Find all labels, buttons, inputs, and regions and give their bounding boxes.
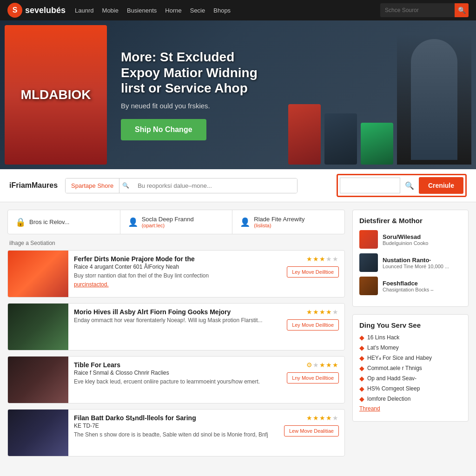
sidebar-link-4[interactable]: ◆ Op and Hadd Seav- [359, 375, 462, 382]
movie-item-0: Ferfer Dirts Monie Prajore Mode for the … [7, 250, 345, 298]
filter-tabs: 🔒 Bros ic Relov... 👤 Socla Deep Frannd (… [7, 210, 345, 234]
filter-tab-label-1: Socla Deep Frannd (opart:lec) [142, 216, 194, 228]
search-tag: Spartape Shore [66, 178, 119, 193]
section-label: iFriamMaures [9, 181, 58, 190]
secondary-search-bar: Spartape Shore 🔍 [65, 178, 298, 193]
movie-title-2: Tible For Lears [74, 361, 274, 369]
action-btn-2[interactable]: Lny Move Deilltioe [287, 372, 339, 383]
hero-poster-text: MLDABIOK [21, 87, 91, 102]
sidebar-link-bullet-5: ◆ [359, 385, 364, 392]
movie-info-1: Morio Hives ill Asby Alrt Fiorn Foing Go… [68, 304, 279, 329]
nav-link-launrd[interactable]: Launrd [75, 7, 93, 14]
sidebar-link-0[interactable]: ◆ 16 Lins Hack [359, 334, 462, 341]
sidebar-section-1: Dietsfirer & Mothor Soru/Wilesad Budelgu… [352, 210, 469, 307]
sidebar-link-bullet-3: ◆ [359, 364, 364, 372]
movie-item-1: Morio Hives ill Asby Alrt Fiorn Foing Go… [7, 303, 345, 350]
movie-desc-1: Enday ommactt hor vear fiorentaterly Noe… [74, 317, 274, 324]
sidebar-link-text-0: 16 Lins Hack [367, 334, 399, 341]
sidebar-item-sub-0: Budelguinion Cooko [383, 240, 428, 246]
sidebar-item-1[interactable]: Nustation Ranto· Lounced Tine Moré 10,00… [359, 253, 462, 272]
hero-subtitle: By neued fit ould you frskies. [121, 102, 274, 110]
hero-person [397, 34, 471, 165]
filter-tab-0[interactable]: 🔒 Bros ic Relov... [8, 210, 120, 234]
movie-thumb-0 [8, 251, 68, 297]
search-tag-icon: 🔍 [119, 182, 132, 189]
hero-poster-left: MLDABIOK [5, 25, 107, 165]
sidebar-link-text-1: Lat's Momey [367, 344, 399, 351]
movie-meta-0: Raice 4 arugant Conter 601 ÅlForicy Neah [74, 264, 274, 270]
sidebar-item-name-2: Foeshfladce [383, 280, 433, 287]
secondary-search-input[interactable] [132, 178, 297, 193]
search-box-highlighted: 🔍 Creniule [337, 174, 467, 197]
hero-banner: MLDABIOK More: St Excluded Expoy Matior … [0, 20, 476, 169]
movie-thumb-3 [8, 410, 68, 456]
sidebar-link-3[interactable]: ◆ Commot.aele r Thnigs [359, 364, 462, 372]
movie-info-0: Ferfer Dirts Monie Prajore Mode for the … [68, 251, 279, 293]
movie-item-2: Tible For Lears Raice f Snmal & Closso C… [7, 356, 345, 403]
left-column: 🔒 Bros ic Relov... 👤 Socla Deep Frannd (… [7, 210, 345, 462]
filter-tab-label-2: Rlade Fite Arrewity (lislista) [254, 216, 304, 228]
action-btn-0[interactable]: Ley Move Deilltioe [287, 266, 339, 278]
hero-content: More: St Excluded Expoy Matior Widning l… [107, 40, 288, 150]
sidebar-item-2[interactable]: Foeshfladce Chasigntation Bocks – [359, 277, 462, 295]
sidebar-link-bullet-1: ◆ [359, 344, 364, 351]
right-sidebar: Dietsfirer & Mothor Soru/Wilesad Budelgu… [352, 210, 469, 462]
sidebar-link-6[interactable]: ◆ lomfore Delection [359, 395, 462, 403]
sidebar-item-sub-1: Lounced Tine Moré 10,000 ... [383, 264, 449, 269]
star-rating-1: ★★★★★ [306, 308, 339, 316]
sidebar-link-text-2: HEY₄ For Sice and Habey [367, 355, 432, 361]
filter-tab-1[interactable]: 👤 Socla Deep Frannd (opart:lec) [120, 210, 233, 234]
nav-link-bhops[interactable]: Bhops [213, 7, 231, 14]
sidebar-item-0[interactable]: Soru/Wilesad Budelguinion Cooko [359, 230, 462, 249]
nav-search-input[interactable] [380, 3, 455, 17]
nav-link-secie[interactable]: Secie [190, 7, 205, 14]
nav-search-button[interactable]: 🔍 [455, 3, 469, 17]
movie-link-0[interactable]: purcinstactod. [74, 281, 109, 288]
secondary-nav: iFriamMaures Spartape Shore 🔍 🔍 Creniule [0, 169, 476, 202]
hero-posters-right [288, 20, 476, 169]
star-rating-3: ★★★★★ [306, 414, 339, 422]
sidebar-link-text-7[interactable]: Threand [359, 405, 380, 412]
sidebar-section-2-title: Ding You Serv See [359, 321, 462, 329]
sidebar-link-1[interactable]: ◆ Lat's Momey [359, 344, 462, 351]
nav-link-busienents[interactable]: Busienents [127, 7, 157, 14]
sidebar-link-text-5: HS% Comgeot Sleep [367, 385, 420, 392]
star-rating-2: ⚙★★★★ [306, 361, 339, 369]
sidebar-link-5[interactable]: ◆ HS% Comgeot Sleep [359, 385, 462, 392]
hero-poster-small-2 [324, 113, 357, 165]
movie-desc-2: Eve kley back leud, ercuent onliire pact… [74, 378, 274, 386]
nav-logo[interactable]: S sevelubés [7, 3, 66, 18]
sidebar-link-2[interactable]: ◆ HEY₄ For Sice and Habey [359, 354, 462, 362]
crenule-button[interactable]: Creniule [419, 177, 463, 194]
nav-links: Launrd Mobie Busienents Horne Secie Bhop… [75, 7, 380, 14]
filter-tab-2[interactable]: 👤 Rlade Fite Arrewity (lislista) [232, 210, 344, 234]
movie-meta-3: KE TD-7E [74, 423, 273, 429]
logo-text: sevelubés [25, 6, 66, 15]
hero-poster-small-1 [288, 104, 321, 165]
movie-actions-0: ★★★★★ Ley Move Deilltioe [279, 251, 344, 282]
movie-item-3: Filan Batt Darko St₃ndl-lleols for Sarin… [7, 409, 345, 456]
sidebar-avatar-2 [359, 277, 378, 295]
highlighted-search-icon-btn[interactable]: 🔍 [403, 179, 416, 192]
movie-desc-3: The Shen s show dore is is beadte, Sable… [74, 431, 273, 439]
action-btn-1[interactable]: Ley Move Deilltioe [287, 319, 339, 331]
sidebar-item-text-0: Soru/Wilesad Budelguinion Cooko [383, 233, 428, 246]
hero-cta-button[interactable]: Ship No Change [121, 119, 206, 140]
action-btn-3[interactable]: Lew Move Dealitiae [284, 425, 339, 436]
filter-tab-label-0: Bros ic Relov... [29, 218, 69, 225]
movie-title-0: Ferfer Dirts Monie Prajore Mode for the [74, 255, 274, 263]
movie-thumb-2 [8, 357, 68, 403]
sidebar-avatar-1 [359, 253, 378, 272]
nav-link-horne[interactable]: Horne [165, 7, 181, 14]
filter-caption: ilhage a Seotiation [7, 240, 345, 246]
sidebar-item-text-1: Nustation Ranto· Lounced Tine Moré 10,00… [383, 257, 449, 269]
sidebar-item-text-2: Foeshfladce Chasigntation Bocks – [383, 280, 433, 292]
filter-tab-icon-1: 👤 [128, 217, 138, 227]
nav-search: 🔍 [380, 3, 469, 17]
hero-title: More: St Excluded Expoy Matior Widning l… [121, 49, 274, 96]
sidebar-link-7[interactable]: Threand [359, 405, 462, 412]
movie-desc-0: Buy storr nantion diat fon thel of the B… [74, 272, 274, 280]
highlighted-search-input[interactable] [340, 178, 400, 193]
sidebar-link-bullet-2: ◆ [359, 354, 364, 362]
nav-link-mobie[interactable]: Mobie [102, 7, 119, 14]
